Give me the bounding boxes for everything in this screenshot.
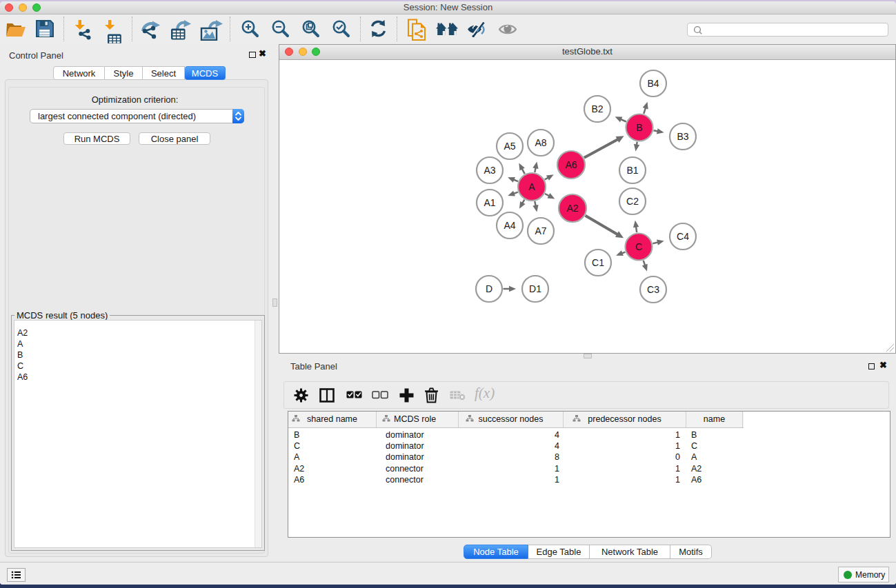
svg-text:B: B — [636, 122, 642, 133]
svg-text:C: C — [635, 241, 642, 252]
svg-text:D: D — [486, 283, 492, 294]
svg-text:C4: C4 — [677, 231, 689, 242]
svg-text:A4: A4 — [504, 220, 515, 231]
svg-text:A5: A5 — [504, 141, 515, 152]
svg-text:B3: B3 — [677, 131, 688, 142]
svg-text:A7: A7 — [535, 225, 546, 236]
svg-text:A8: A8 — [535, 137, 546, 148]
svg-text:A6: A6 — [565, 159, 577, 170]
svg-text:C2: C2 — [626, 196, 639, 207]
svg-text:B4: B4 — [647, 78, 659, 89]
svg-text:B2: B2 — [591, 103, 603, 114]
svg-text:A2: A2 — [566, 203, 578, 214]
svg-text:C1: C1 — [592, 257, 604, 268]
svg-text:D1: D1 — [529, 283, 541, 294]
svg-text:C3: C3 — [647, 284, 659, 295]
svg-text:A3: A3 — [484, 165, 495, 176]
svg-text:A: A — [528, 181, 535, 192]
svg-text:A1: A1 — [484, 197, 495, 208]
svg-text:B1: B1 — [626, 165, 638, 176]
